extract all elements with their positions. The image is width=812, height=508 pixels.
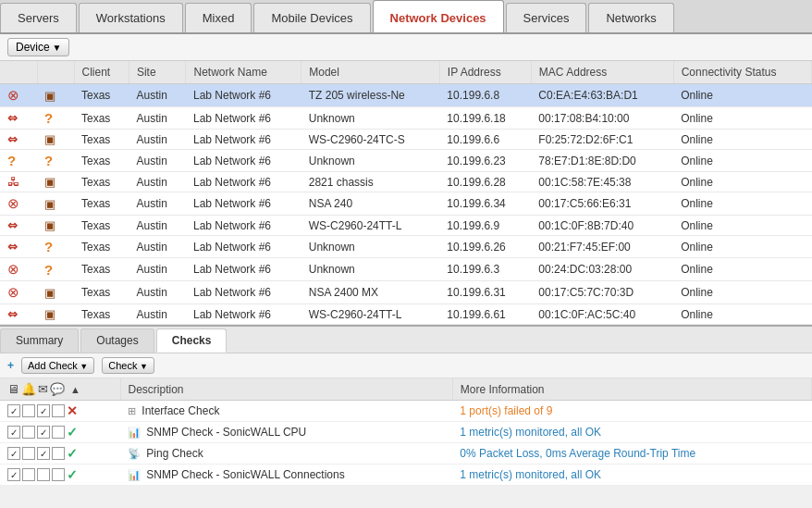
check-info-link[interactable]: 1 metric(s) monitored, all OK [460,468,601,481]
check-info[interactable]: 1 port(s) failed of 9 [452,401,811,422]
table-row[interactable]: ⊗ ? Texas Austin Lab Network #6 Unknown … [0,258,812,281]
row-icon2: ▣ [37,192,74,216]
check-info[interactable]: 0% Packet Loss, 0ms Average Round-Trip T… [452,443,811,465]
checkbox-4[interactable] [52,447,65,460]
checks-table-row[interactable]: ✕ ⊞ Interface Check 1 port(s) failed of … [0,401,812,422]
row-icon2: ? [37,150,74,172]
checkbox-4[interactable] [52,468,65,481]
col-model[interactable]: Model [301,61,440,84]
row-status: Online [673,258,811,281]
row-status: Online [673,107,811,130]
tab-services[interactable]: Services [506,3,587,32]
device-button[interactable]: Device [7,38,69,56]
row-client: Texas [74,258,129,281]
add-check-button[interactable]: Add Check [21,357,94,374]
tab-networks[interactable]: Networks [588,3,673,32]
checkbox-2[interactable] [22,426,35,439]
check-info-link[interactable]: 1 port(s) failed of 9 [460,404,552,417]
checks-col-info[interactable]: More Information [452,378,811,401]
row-model: WS-C2960-24TC-S [301,130,440,150]
tab-checks[interactable]: Checks [156,328,228,353]
col-client[interactable]: Client [74,61,129,84]
row-client: Texas [74,281,129,304]
table-row[interactable]: ? ? Texas Austin Lab Network #6 Unknown … [0,150,812,172]
table-row[interactable]: ⊗ ▣ Texas Austin Lab Network #6 NSA 2400… [0,281,812,304]
checkbox-1[interactable] [7,447,20,460]
checkbox-4[interactable] [52,404,65,417]
row-client: Texas [74,216,129,236]
table-row[interactable]: ⇔ ▣ Texas Austin Lab Network #6 WS-C2960… [0,216,812,236]
row-network: Lab Network #6 [186,150,301,172]
col-status[interactable]: Connectivity Status [673,61,811,84]
check-status-fail-icon: ✕ [67,403,78,418]
table-row[interactable]: 🖧 ▣ Texas Austin Lab Network #6 2821 cha… [0,172,812,192]
row-network: Lab Network #6 [186,192,301,216]
row-icon2: ? [37,258,74,281]
table-row[interactable]: ⇔ ▣ Texas Austin Lab Network #6 WS-C2960… [0,304,812,325]
table-row[interactable]: ⇔ ? Texas Austin Lab Network #6 Unknown … [0,236,812,258]
row-network: Lab Network #6 [186,107,301,130]
tab-mixed[interactable]: Mixed [185,3,252,32]
table-row[interactable]: ⇔ ▣ Texas Austin Lab Network #6 WS-C2960… [0,130,812,150]
row-mac: 00:21:F7:45:EF:00 [531,236,673,258]
checks-table-row[interactable]: ✓ 📊 SNMP Check - SonicWALL CPU 1 metric(… [0,422,812,443]
checkbox-1[interactable] [7,404,20,417]
check-info[interactable]: 1 metric(s) monitored, all OK [452,465,811,486]
row-site: Austin [129,281,186,304]
check-info-link[interactable]: 1 metric(s) monitored, all OK [460,426,601,439]
check-info-link[interactable]: 0% Packet Loss, 0ms Average Round-Trip T… [460,447,695,460]
table-row[interactable]: ⊗ ▣ Texas Austin Lab Network #6 NSA 240 … [0,192,812,216]
tab-workstations[interactable]: Workstations [79,3,183,32]
check-button[interactable]: Check [102,357,154,374]
tab-summary[interactable]: Summary [0,328,79,353]
row-network: Lab Network #6 [186,216,301,236]
tab-servers[interactable]: Servers [0,3,77,32]
checkbox-3[interactable] [37,404,50,417]
row-mac: 00:17:C5:66:E6:31 [531,192,673,216]
checkbox-1[interactable] [7,468,20,481]
check-desc-icon: 📊 [128,427,141,438]
checkbox-3[interactable] [37,447,50,460]
col-ip[interactable]: IP Address [439,61,531,84]
row-network: Lab Network #6 [186,172,301,192]
row-site: Austin [129,192,186,216]
row-ip: 10.199.6.31 [439,281,531,304]
checkbox-2[interactable] [22,468,35,481]
row-client: Texas [74,84,129,107]
row-icon1: ⇔ [0,216,37,236]
checks-table-row[interactable]: ✓ 📡 Ping Check 0% Packet Loss, 0ms Avera… [0,443,812,465]
checks-col-cbs: 🖥 🔔 ✉ 💬 ▲ [0,378,120,401]
col-site[interactable]: Site [129,61,186,84]
col-network[interactable]: Network Name [186,61,301,84]
checks-cb-cell: ✓ [0,443,120,465]
row-site: Austin [129,258,186,281]
row-model: Unknown [301,258,440,281]
row-ip: 10.199.6.61 [439,304,531,325]
checks-col-desc[interactable]: Description [120,378,452,401]
check-status-ok-icon: ✓ [67,467,78,482]
row-network: Lab Network #6 [186,304,301,325]
checkbox-1[interactable] [7,426,20,439]
row-mac: 00:1C:0F:8B:7D:40 [531,216,673,236]
row-status: Online [673,281,811,304]
table-row[interactable]: ⊗ ▣ Texas Austin Lab Network #6 TZ 205 w… [0,84,812,107]
row-icon2: ? [37,236,74,258]
checkbox-4[interactable] [52,426,65,439]
plus-icon: + [7,359,14,372]
check-desc-icon: 📊 [128,469,141,480]
checkbox-2[interactable] [22,404,35,417]
row-mac: 00:1C:58:7E:45:38 [531,172,673,192]
checkbox-2[interactable] [22,447,35,460]
checks-table-row[interactable]: ✓ 📊 SNMP Check - SonicWALL Connections 1… [0,465,812,486]
tab-network-devices[interactable]: Network Devices [373,0,504,32]
check-status-ok-icon: ✓ [67,446,78,461]
table-row[interactable]: ⇔ ? Texas Austin Lab Network #6 Unknown … [0,107,812,130]
row-icon1: ⊗ [0,281,37,304]
checks-table: 🖥 🔔 ✉ 💬 ▲ Description More Information [0,378,812,486]
check-info[interactable]: 1 metric(s) monitored, all OK [452,422,811,443]
tab-outages[interactable]: Outages [80,328,154,353]
checkbox-3[interactable] [37,426,50,439]
tab-mobile[interactable]: Mobile Devices [253,3,370,32]
col-mac[interactable]: MAC Address [531,61,673,84]
checkbox-3[interactable] [37,468,50,481]
